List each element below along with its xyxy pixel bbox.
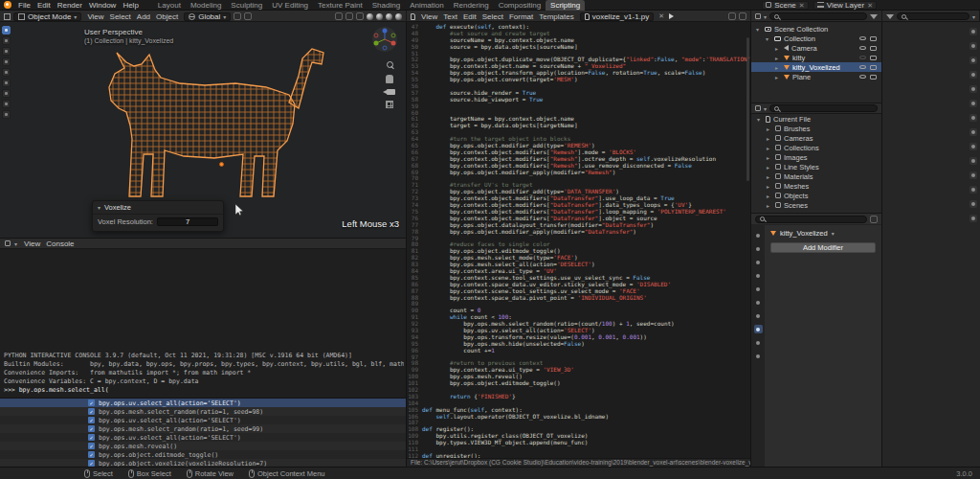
viewport-menu-select[interactable]: Select <box>107 11 134 22</box>
tab-modeling[interactable]: Modeling <box>186 0 226 11</box>
outliner-row-scene-collection[interactable]: ▾Scene Collection <box>751 24 881 34</box>
properties-tab-object[interactable] <box>754 311 763 320</box>
voxelize-operator-panel[interactable]: ▾ Voxelize Voxel Resolution: 7 <box>92 200 224 232</box>
disclosure-icon[interactable]: ▸ <box>767 193 772 199</box>
outliner-row-plane[interactable]: ▸Plane <box>751 72 881 81</box>
disclosure-icon[interactable]: ▾ <box>757 116 763 123</box>
disable-in-viewports-icon[interactable] <box>870 36 877 41</box>
properties-editor[interactable]: kitty_Voxelized ▾ Add Modifier <box>751 213 882 467</box>
material-shading-icon[interactable] <box>386 13 392 20</box>
info-log-row[interactable]: ✓bpy.ops.uv.select_all(action='SELECT') <box>0 399 406 407</box>
info-log-row[interactable]: ✓bpy.ops.mesh.reveal() <box>0 442 406 450</box>
object-data-tab-icon[interactable] <box>969 186 977 194</box>
texteditor-menu-text[interactable]: Text <box>440 11 460 22</box>
tool-measure-icon[interactable] <box>2 110 11 119</box>
scene-selector[interactable]: Scene ✕ <box>762 1 809 10</box>
tab-animation[interactable]: Animation <box>405 0 449 11</box>
info-log-row[interactable]: ✓bpy.ops.mesh.select_random(ratio=1, see… <box>0 407 406 416</box>
tab-compositing[interactable]: Compositing <box>494 0 546 11</box>
particles-tab-icon[interactable] <box>969 143 977 150</box>
view-layer-selector[interactable]: View Layer ✕ <box>813 1 877 10</box>
add-modifier-button[interactable]: Add Modifier <box>770 242 876 253</box>
blendfile-category-cameras[interactable]: ▸Cameras <box>751 133 881 143</box>
disclosure-icon[interactable]: ▸ <box>767 202 772 209</box>
material-tab-icon[interactable] <box>969 200 977 208</box>
disclosure-icon[interactable]: ▸ <box>767 145 772 151</box>
properties-tab-object-data[interactable] <box>754 338 763 347</box>
checkbox-icon[interactable]: ✓ <box>88 434 95 441</box>
editor-type-icon[interactable] <box>411 13 415 20</box>
checkbox-icon[interactable]: ✓ <box>88 399 95 406</box>
disclosure-icon[interactable]: ▸ <box>767 125 772 132</box>
blendfile-category-images[interactable]: ▸Images <box>751 152 881 162</box>
hide-in-viewport-icon[interactable] <box>859 56 866 59</box>
modifiers-tab-icon[interactable] <box>969 128 977 136</box>
menu-render[interactable]: Render <box>55 0 85 11</box>
menu-file[interactable]: File <box>15 0 33 11</box>
outliner[interactable]: ▾Scene Collection▾Collection▸Camera▸kitt… <box>751 22 882 103</box>
toggle-projection-icon[interactable] <box>386 101 393 108</box>
disclosure-icon[interactable]: ▸ <box>775 64 781 71</box>
outliner-display-mode-icon[interactable] <box>755 13 761 19</box>
outliner-row-kitty[interactable]: ▸kitty <box>751 53 881 62</box>
tab-uv-editing[interactable]: UV Editing <box>267 0 313 11</box>
editor-type-icon[interactable] <box>4 13 11 20</box>
mode-dropdown[interactable]: Object Mode ▾ <box>13 12 81 21</box>
tab-scripting[interactable]: Scripting <box>546 0 585 11</box>
filter-icon[interactable] <box>870 14 878 19</box>
disclosure-icon[interactable]: ▸ <box>775 45 781 52</box>
code-area[interactable]: 47 def execute(self, context):48 #set so… <box>407 24 750 458</box>
unlink-text-icon[interactable]: ✕ <box>657 12 666 20</box>
zoom-icon[interactable] <box>386 60 394 69</box>
info-log-row[interactable]: ✓bpy.ops.object.editmode_toggle() <box>0 450 406 459</box>
texteditor-menu-templates[interactable]: Templates <box>536 11 576 22</box>
blendfile-search-field[interactable] <box>769 104 878 112</box>
3d-viewport[interactable]: User Perspective (1) Collection | kitty_… <box>0 22 407 238</box>
console-menu-console[interactable]: Console <box>43 239 77 249</box>
display-mode-icon[interactable] <box>755 105 761 111</box>
disable-in-viewports-icon[interactable] <box>870 46 877 51</box>
hide-in-viewport-icon[interactable] <box>859 36 866 40</box>
menu-help[interactable]: Help <box>120 0 141 11</box>
disclosure-icon[interactable]: ▸ <box>767 164 772 171</box>
tool-select-box-icon[interactable] <box>2 36 11 45</box>
info-log-row[interactable]: ✓bpy.ops.uv.select_all(action='SELECT') <box>0 416 406 424</box>
output-tab-icon[interactable] <box>969 57 977 64</box>
scene-unlink-icon[interactable]: ✕ <box>799 2 805 9</box>
render-tab-icon[interactable] <box>969 42 977 50</box>
properties-tab-scene[interactable] <box>754 285 763 293</box>
tool-move-icon[interactable] <box>2 57 11 66</box>
properties-tab-tool[interactable] <box>754 231 763 240</box>
text-editor[interactable]: 47 def execute(self, context):48 #set so… <box>407 22 751 467</box>
console-prompt[interactable]: >>> bpy.ops.mesh.select_all( <box>4 386 404 395</box>
tool-tab-icon[interactable] <box>969 28 977 35</box>
voxel-resolution-field[interactable]: 7 <box>157 217 218 226</box>
side-panel-search-field[interactable] <box>897 12 969 20</box>
scrollbar[interactable] <box>746 37 749 181</box>
blendfile-category-brushes[interactable]: ▸Brushes <box>751 124 881 133</box>
blender-menu-button[interactable] <box>0 1 15 9</box>
run-script-icon[interactable] <box>669 13 674 19</box>
blendfile-outliner[interactable]: ▾ ▾Current File▸Brushes▸Cameras▸Collecti… <box>751 103 882 213</box>
operator-panel-header[interactable]: ▾ Voxelize <box>93 201 223 215</box>
properties-tab-output[interactable] <box>754 258 763 266</box>
properties-options-icon[interactable] <box>870 216 878 223</box>
view-layer-tab-icon[interactable] <box>969 71 977 79</box>
physics-tab-icon[interactable] <box>969 157 977 165</box>
menu-window[interactable]: Window <box>86 0 119 11</box>
tool-scale-icon[interactable] <box>2 79 11 87</box>
properties-tab-view-layer[interactable] <box>754 271 763 280</box>
constraints-tab-icon[interactable] <box>969 171 977 179</box>
texteditor-menu-format[interactable]: Format <box>506 11 536 22</box>
blendfile-category-materials[interactable]: ▸Materials <box>751 171 881 181</box>
view-layer-remove-icon[interactable]: ✕ <box>867 2 873 9</box>
hide-in-viewport-icon[interactable] <box>859 46 866 50</box>
tool-tweak-icon[interactable] <box>2 26 11 34</box>
checkbox-icon[interactable]: ✓ <box>88 451 95 458</box>
disclosure-icon[interactable]: ▾ <box>766 35 771 42</box>
world-tab-icon[interactable] <box>969 100 977 107</box>
disclosure-icon[interactable]: ▸ <box>767 135 772 142</box>
show-overlays-icon[interactable] <box>345 12 353 20</box>
outliner-row-kitty-voxelized[interactable]: ▸kitty_Voxelized <box>751 62 881 72</box>
texteditor-menu-edit[interactable]: Edit <box>460 11 479 22</box>
